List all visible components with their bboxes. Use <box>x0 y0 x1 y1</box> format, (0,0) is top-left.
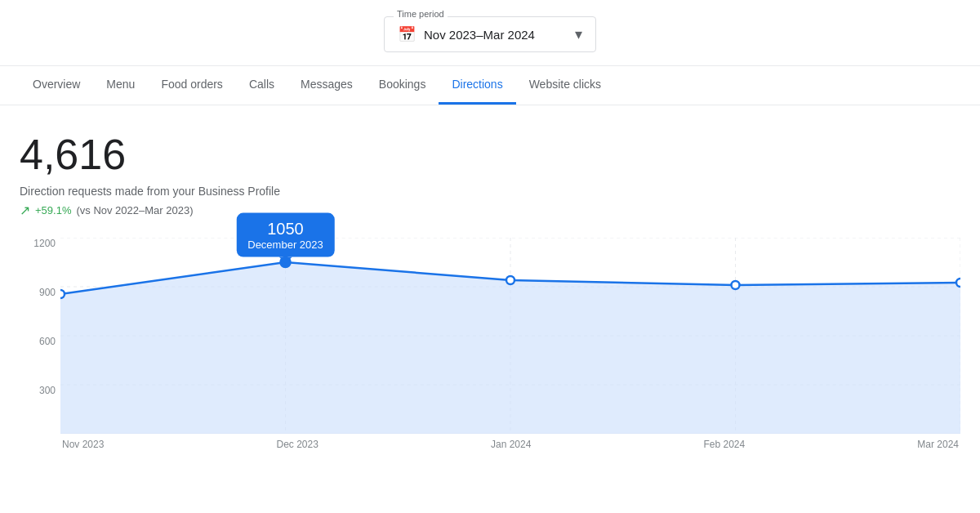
tab-calls[interactable]: Calls <box>236 66 287 105</box>
time-period-label: Time period <box>394 9 448 19</box>
chart-area: 1200 900 600 300 <box>20 238 960 466</box>
tab-directions[interactable]: Directions <box>439 66 515 105</box>
tab-messages[interactable]: Messages <box>287 66 366 105</box>
tab-website-clicks[interactable]: Website clicks <box>516 66 614 105</box>
svg-point-10 <box>60 290 65 298</box>
time-period-wrapper: Time period 📅 Nov 2023–Mar 2024 ▾ <box>384 16 596 52</box>
main-content: 4,616 Direction requests made from your … <box>0 105 980 466</box>
calendar-icon: 📅 <box>398 25 416 43</box>
x-label-mar2024: Mar 2024 <box>917 439 959 450</box>
svg-point-13 <box>731 281 739 289</box>
tab-menu[interactable]: Menu <box>93 66 148 105</box>
time-period-value: Nov 2023–Mar 2024 <box>424 28 567 42</box>
x-axis-labels: Nov 2023 Dec 2023 Jan 2024 Feb 2024 Mar … <box>60 439 960 450</box>
x-label-jan2024: Jan 2024 <box>491 439 531 450</box>
trend-up-icon: ↗ <box>20 203 30 218</box>
y-label-600: 600 <box>20 336 56 347</box>
metric-change: ↗ +59.1% (vs Nov 2022–Mar 2023) <box>20 203 960 218</box>
tab-food-orders[interactable]: Food orders <box>148 66 235 105</box>
svg-point-14 <box>956 279 960 287</box>
y-axis-labels: 1200 900 600 300 <box>20 238 56 434</box>
svg-point-12 <box>506 276 514 284</box>
time-period-select[interactable]: 📅 Nov 2023–Mar 2024 ▾ <box>384 16 596 52</box>
y-label-900: 900 <box>20 287 56 298</box>
metric-description: Direction requests made from your Busine… <box>20 185 960 198</box>
svg-point-11 <box>280 257 290 267</box>
change-comparison: (vs Nov 2022–Mar 2023) <box>76 204 193 216</box>
chart-svg: 1050 December 2023 <box>60 238 960 434</box>
x-label-nov2023: Nov 2023 <box>62 439 104 450</box>
tab-bookings[interactable]: Bookings <box>366 66 439 105</box>
y-label-1200: 1200 <box>20 238 56 249</box>
y-label-300: 300 <box>20 385 56 396</box>
x-label-dec2023: Dec 2023 <box>276 439 318 450</box>
chevron-down-icon: ▾ <box>575 25 582 43</box>
x-label-feb2024: Feb 2024 <box>703 439 745 450</box>
change-percent: +59.1% <box>35 204 71 216</box>
tabs-bar: OverviewMenuFood ordersCallsMessagesBook… <box>0 66 980 105</box>
tooltip-value: 1050 <box>247 220 323 239</box>
svg-marker-9 <box>60 262 960 434</box>
header: Time period 📅 Nov 2023–Mar 2024 ▾ <box>0 0 980 66</box>
metric-value: 4,616 <box>20 132 960 178</box>
tab-overview[interactable]: Overview <box>20 66 93 105</box>
